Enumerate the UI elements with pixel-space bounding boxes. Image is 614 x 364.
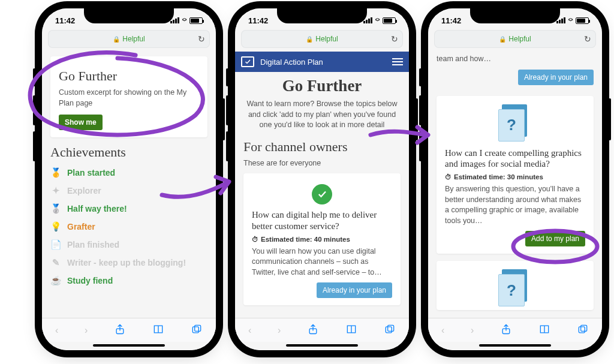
svg-rect-7 [579,326,585,332]
topic-card[interactable]: How can digital help me to deliver bette… [243,173,401,305]
back-icon[interactable]: ‹ [441,325,444,336]
tabs-icon[interactable] [577,323,589,338]
achievement-item: 📄Plan finished [50,236,207,254]
topic-title: How can I create compelling graphics and… [445,148,585,170]
app-logo-icon [241,56,254,67]
section-subtitle: These are for everyone [243,158,401,169]
url-host: Helpful [315,35,338,43]
menu-icon[interactable] [392,58,403,65]
forward-icon[interactable]: › [85,325,88,336]
svg-rect-8 [581,325,587,331]
safari-toolbar: ‹ › [235,318,409,342]
url-host: Helpful [122,35,145,43]
battery-icon [576,17,589,24]
reload-icon[interactable]: ↻ [391,34,398,44]
bookmarks-icon[interactable] [345,323,357,338]
svg-rect-4 [386,326,392,332]
reload-icon[interactable]: ↻ [198,34,205,44]
phone-notch [84,8,174,23]
battery-icon [189,17,203,24]
lamp-icon: 💡 [50,221,61,232]
phone-3: 11:42 ⌔ 🔒 Helpful ↻ team and how… Alread… [428,8,602,350]
bookmarks-icon[interactable] [538,323,550,338]
doc-icon: 📄 [50,239,61,250]
document-question-icon: ? [498,269,532,308]
already-in-plan-button[interactable]: Already in your plan [317,282,392,298]
battery-icon [383,17,396,24]
topic-body: You will learn how you can use digital c… [252,246,392,278]
page-title: Go Further [243,77,401,95]
lock-icon: 🔒 [499,36,506,43]
check-circle-icon [312,184,332,204]
clock-icon: ⏱ [445,173,452,181]
back-icon[interactable]: ‹ [248,325,251,336]
achievement-item: 💡Grafter [50,218,207,236]
lock-icon: 🔒 [113,36,120,43]
wifi-icon: ⌔ [568,16,573,25]
clock: 11:42 [55,16,75,25]
achievement-item: ✎Writer - keep up the blogging! [50,254,207,272]
achievement-item: ☕Study fiend [50,272,207,290]
topic-body-fragment: team and how… [437,54,594,65]
clock: 11:42 [441,16,461,25]
forward-icon[interactable]: › [278,325,281,336]
svg-rect-2 [195,325,201,331]
tabs-icon[interactable] [384,323,396,338]
phone-2: 11:42 ⌔ 🔒 Helpful ↻ Digital Action Plan [235,8,409,350]
app-title: Digital Action Plan [260,58,386,67]
tabs-icon[interactable] [191,323,203,338]
document-question-icon: ? [498,104,532,143]
already-in-plan-button[interactable]: Already in your plan [518,70,594,85]
clock-icon: ⏱ [252,236,258,243]
bookmarks-icon[interactable] [152,323,164,338]
home-indicator[interactable] [286,344,358,347]
pencil-icon: ✎ [50,257,61,268]
safari-toolbar: ‹ › [428,318,602,342]
browser-url-bar[interactable]: 🔒 Helpful ↻ [241,30,403,48]
estimated-time: ⏱Estimated time: 40 minutes [252,236,392,243]
annotation-arrow-2 [366,120,438,152]
back-icon[interactable]: ‹ [55,325,58,336]
safari-toolbar: ‹ › [42,318,216,342]
medal-icon: 🥇 [50,167,61,178]
url-host: Helpful [508,35,531,43]
annotation-circle-add-button [508,227,610,271]
svg-point-9 [513,231,597,262]
browser-url-bar[interactable]: 🔒 Helpful ↻ [434,30,596,48]
star-icon: ✦ [50,185,61,196]
wifi-icon: ⌔ [375,16,380,25]
topic-body: By answering this question, you'll have … [445,184,585,226]
svg-rect-5 [388,325,394,331]
share-icon[interactable] [500,323,512,338]
share-icon[interactable] [307,323,319,338]
app-header: Digital Action Plan [235,52,409,72]
clock: 11:42 [248,16,268,25]
medal-icon: 🥈 [50,203,61,214]
forward-icon[interactable]: › [471,325,474,336]
estimated-time: ⏱Estimated time: 30 minutes [445,173,585,181]
svg-rect-1 [192,326,198,332]
browser-url-bar[interactable]: 🔒 Helpful ↻ [48,30,210,48]
mug-icon: ☕ [50,275,61,286]
home-indicator[interactable] [479,344,551,347]
wifi-icon: ⌔ [182,16,186,25]
share-icon[interactable] [114,323,126,338]
lock-icon: 🔒 [306,36,313,43]
reload-icon[interactable]: ↻ [584,34,591,44]
topic-title: How can digital help me to deliver bette… [252,209,392,232]
annotation-arrow-1 [156,168,240,212]
home-indicator[interactable] [93,344,165,347]
annotation-circle-go-further [22,49,213,154]
